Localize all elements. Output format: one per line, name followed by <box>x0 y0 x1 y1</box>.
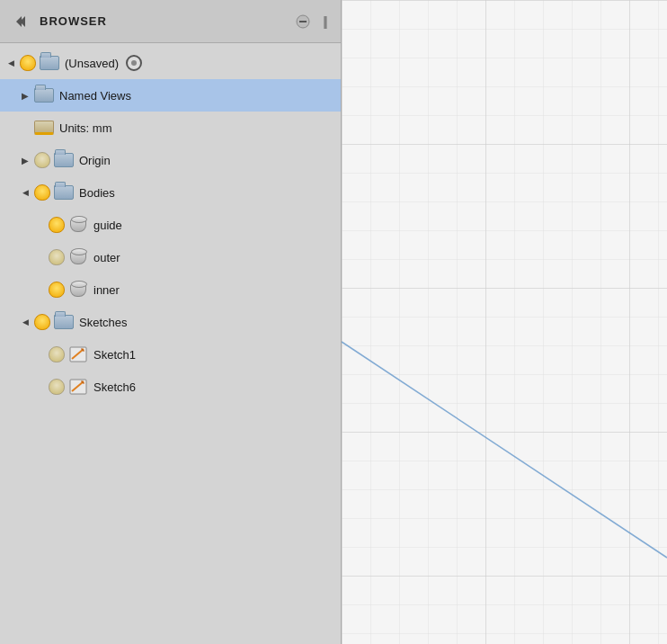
bulb-icon-sketches <box>32 312 52 332</box>
back-button[interactable] <box>7 9 32 34</box>
tree-item-guide[interactable]: guide <box>0 209 341 241</box>
browser-panel: BROWSER || (Unsaved) <box>0 0 342 644</box>
bulb-icon-inner <box>47 280 67 300</box>
header-controls: || <box>294 13 334 31</box>
bulb-icon-sketch6 <box>47 377 67 397</box>
bulb-icon-bodies <box>32 183 52 202</box>
label-origin: Origin <box>79 154 111 167</box>
bulb-icon-guide <box>47 215 67 235</box>
browser-title: BROWSER <box>40 14 287 28</box>
tree-item-units[interactable]: Units: mm <box>0 112 341 144</box>
chevron-named-views[interactable] <box>18 88 32 103</box>
grip-handle[interactable]: || <box>316 13 334 31</box>
label-bodies: Bodies <box>79 186 115 200</box>
label-sketch1: Sketch1 <box>93 348 136 362</box>
browser-header: BROWSER || <box>0 0 341 43</box>
label-named-views: Named Views <box>59 89 131 103</box>
tree-item-origin[interactable]: Origin <box>0 144 341 176</box>
chevron-sketches[interactable] <box>18 315 32 329</box>
sketch-icon-sketch6 <box>67 377 90 397</box>
label-units: Units: mm <box>59 121 112 135</box>
tree-item-sketch6[interactable]: Sketch6 <box>0 371 341 403</box>
chevron-origin[interactable] <box>18 153 32 167</box>
bulb-icon-sketch1 <box>47 344 67 364</box>
tree-item-bodies[interactable]: Bodies <box>0 176 341 209</box>
chevron-bodies[interactable] <box>18 185 32 200</box>
folder-icon-unsaved <box>38 53 61 73</box>
label-sketches: Sketches <box>79 316 127 329</box>
chevron-unsaved[interactable] <box>4 56 18 70</box>
sketch-icon-sketch1 <box>67 344 90 364</box>
bulb-icon-unsaved <box>18 53 38 73</box>
minimize-button[interactable] <box>294 13 312 31</box>
record-button[interactable] <box>126 55 142 71</box>
folder-icon-sketches <box>52 312 76 332</box>
tree-item-unsaved[interactable]: (Unsaved) <box>0 47 341 79</box>
folder-icon-origin <box>52 150 76 170</box>
tree-item-outer[interactable]: outer <box>0 241 341 273</box>
tree-item-sketches[interactable]: Sketches <box>0 306 341 338</box>
folder-icon-bodies <box>52 183 76 202</box>
cylinder-icon-inner <box>67 280 90 300</box>
cylinder-icon-outer <box>67 247 90 267</box>
label-inner: inner <box>93 283 120 297</box>
units-icon <box>32 118 56 138</box>
label-sketch6: Sketch6 <box>93 380 136 394</box>
label-outer: outer <box>93 251 120 264</box>
bulb-icon-origin <box>32 150 52 170</box>
label-guide: guide <box>93 219 122 232</box>
tree-item-inner[interactable]: inner <box>0 273 341 306</box>
cylinder-icon-guide <box>67 215 90 235</box>
label-unsaved: (Unsaved) <box>65 57 119 70</box>
tree-item-sketch1[interactable]: Sketch1 <box>0 338 341 371</box>
svg-rect-3 <box>299 21 307 22</box>
tree-item-named-views[interactable]: Named Views <box>0 79 341 112</box>
folder-icon-named-views <box>32 85 56 105</box>
bulb-icon-outer <box>47 247 67 267</box>
grid-canvas <box>342 0 667 644</box>
svg-rect-12 <box>342 0 667 644</box>
tree-view: (Unsaved) Named Views Units: mm <box>0 43 341 644</box>
viewport[interactable] <box>342 0 667 644</box>
